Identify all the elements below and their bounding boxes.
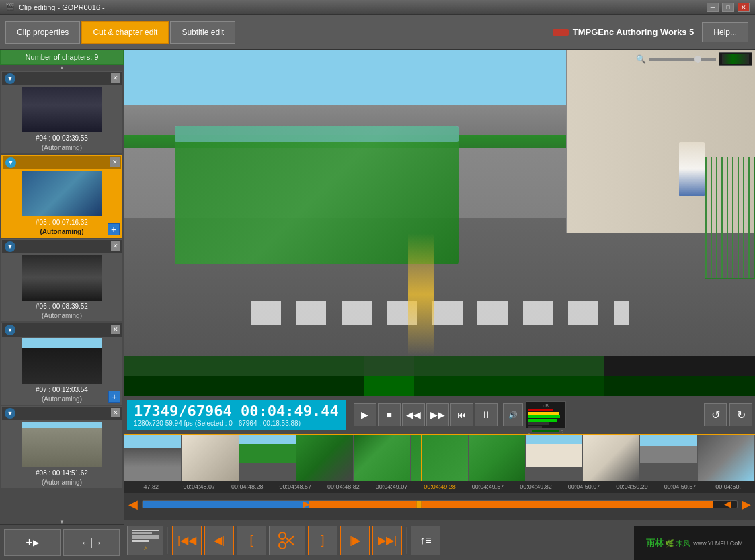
waveform-area <box>124 356 755 396</box>
chapter-item-05[interactable]: ▼ ✕ + #05 : 00:07:16.32 (Autonaming) <box>1 155 122 238</box>
chapter-close-07[interactable]: ✕ <box>111 325 120 334</box>
chapter-time-08: #08 : 00:14:51.62 <box>2 469 122 477</box>
minimize-btn[interactable]: ─ <box>707 3 719 12</box>
chapter-add-05[interactable]: + <box>108 223 120 235</box>
time-4: 00:04:48.82 <box>319 483 368 490</box>
chapter-close-08[interactable]: ✕ <box>111 408 120 417</box>
chapter-time-06: #06 : 00:08:39.52 <box>2 302 122 311</box>
scroll-left-arrow[interactable]: ◀ <box>127 497 139 512</box>
tab-clip-properties[interactable]: Clip properties <box>5 21 80 44</box>
waveform-bar1 <box>124 356 755 376</box>
time-9: 00:04:50.07 <box>560 483 608 490</box>
time-5: 00:04:49.07 <box>368 483 416 490</box>
step-back-btn[interactable]: ◀| <box>204 526 234 555</box>
close-btn[interactable]: ✕ <box>738 3 750 12</box>
range-start-handle[interactable]: ▶ <box>303 498 310 509</box>
thumb-frame-11 <box>698 435 755 481</box>
zoom-slider[interactable] <box>649 58 716 61</box>
chapter-close-05[interactable]: ✕ <box>110 157 120 167</box>
chapter-bottom-buttons: +▶ ←|→ <box>0 524 124 560</box>
chapter-close-06[interactable]: ✕ <box>111 241 120 251</box>
mark-in-btn[interactable]: [ <box>237 526 266 555</box>
brand-icon <box>553 29 569 36</box>
svg-point-0 <box>279 532 286 539</box>
zoom-icon: 🔍 <box>636 54 646 64</box>
maximize-btn[interactable]: □ <box>722 3 734 12</box>
brand-logo: TMPGEnc Authoring Works 5 <box>553 27 694 37</box>
zoom-controls: 🔍 <box>636 52 752 66</box>
svg-line-3 <box>285 536 294 544</box>
video-display: 🔍 <box>124 50 755 356</box>
step-fwd-btn[interactable]: |▶ <box>340 526 370 555</box>
redo-btn[interactable]: ↻ <box>729 403 752 426</box>
playlist-btn[interactable]: ↑≡ <box>411 526 440 555</box>
scroll-range <box>309 501 713 508</box>
play-btn[interactable]: ▶ <box>354 403 376 426</box>
chapter-item-07[interactable]: ▼ ✕ + #07 : 00:12:03.54 (Autonaming) <box>1 323 122 405</box>
chapter-icon-06: ▼ <box>5 241 15 252</box>
audio-waveform-btn[interactable]: ♪ <box>127 526 163 555</box>
scroll-right-arrow[interactable]: ▶ <box>740 497 752 512</box>
timecode-sub: 1280x720 59.94 fps (Selected : 0 - 67964… <box>134 419 339 427</box>
chapter-name-04: (Autonaming) <box>2 143 122 153</box>
undo-btn[interactable]: ↺ <box>704 403 727 426</box>
brand-text: TMPGEnc Authoring Works 5 <box>573 27 694 37</box>
window-title: Clip editing - GOPR0016 - <box>19 3 105 11</box>
chapter-list: ▼ ✕ #04 : 00:03:39.55 (Autonaming) ▼ ✕ + <box>0 70 124 519</box>
cut-scissors-btn[interactable] <box>269 526 305 555</box>
time-6: 00:04:49.28 <box>415 483 464 490</box>
add-chapter-btn[interactable]: +▶ <box>4 529 61 556</box>
timeline-timecodes: 47.82 00:04:48.07 00:04:48.28 00:04:48.5… <box>124 481 755 493</box>
thumb-frame-6 <box>411 435 468 481</box>
video-canvas <box>124 50 755 356</box>
transport-area: 17349/67964 00:04:49.44 1280x720 59.94 f… <box>124 396 755 434</box>
thumb-frame-9 <box>583 435 640 481</box>
chapter-thumb-08 <box>22 422 102 467</box>
thumb-frame-8 <box>526 435 583 481</box>
chapter-thumb-04 <box>22 87 102 132</box>
chapter-close-04[interactable]: ✕ <box>111 73 120 83</box>
top-toolbar: Clip properties Cut & chapter edit Subti… <box>0 15 755 50</box>
right-panel: 🔍 17349/ <box>124 50 755 560</box>
scroll-track[interactable] <box>142 500 738 508</box>
chapter-thumb-05 <box>22 171 102 216</box>
scroll-thumb[interactable] <box>416 500 422 508</box>
playhead-line <box>421 435 422 481</box>
audio-controls[interactable]: 🔊 <box>503 403 523 426</box>
tab-subtitle-edit[interactable]: Subtitle edit <box>170 21 235 44</box>
volume-meter: dB L R <box>526 401 566 428</box>
time-2: 00:04:48.28 <box>223 483 272 490</box>
pause-btn[interactable]: ⏸ <box>475 403 498 426</box>
chapter-item-04[interactable]: ▼ ✕ #04 : 00:03:39.55 (Autonaming) <box>1 71 122 153</box>
timeline-thumbnails <box>124 434 755 481</box>
chapter-thumb-07 <box>22 338 102 384</box>
time-8: 00:04:49.82 <box>512 483 560 490</box>
branding: TMPGEnc Authoring Works 5 Help... <box>553 22 750 42</box>
stop-btn[interactable]: ■ <box>378 403 401 426</box>
rewind-btn[interactable]: ◀◀ <box>402 403 425 426</box>
go-to-start-btn[interactable]: |◀◀ <box>172 526 202 555</box>
chapter-icon-05: ▼ <box>5 157 16 168</box>
chapter-name-06: (Autonaming) <box>2 311 122 321</box>
chapter-add-07[interactable]: + <box>108 391 120 403</box>
time-12: 00:04:50. <box>704 483 752 490</box>
chapter-item-08[interactable]: ▼ ✕ #08 : 00:14:51.62 (Autonaming) <box>1 406 122 488</box>
mark-out-btn[interactable]: ] <box>308 526 337 555</box>
go-to-end-btn[interactable]: ▶▶| <box>372 526 402 555</box>
range-end-handle[interactable]: ◀ <box>724 498 731 509</box>
thumb-frame-3 <box>239 435 296 481</box>
svg-point-1 <box>279 542 286 549</box>
jump-chapter-btn[interactable]: ←|→ <box>63 529 120 556</box>
chapter-time-04: #04 : 00:03:39.55 <box>2 134 122 143</box>
title-bar: 🎬 Clip editing - GOPR0016 - ─ □ ✕ <box>0 0 755 15</box>
frame-back-btn[interactable]: ⏮ <box>450 403 473 426</box>
help-button[interactable]: Help... <box>702 22 748 42</box>
svg-line-2 <box>285 537 294 545</box>
chapter-item-06[interactable]: ▼ ✕ #06 : 00:08:39.52 (Autonaming) <box>1 239 122 321</box>
title-icon: 🎬 <box>5 3 15 11</box>
forward-btn[interactable]: ▶▶ <box>426 403 449 426</box>
scroll-played <box>143 501 309 508</box>
timecode-main: 17349/67964 00:04:49.44 <box>134 403 339 419</box>
chapter-time-05: #05 : 00:07:16.32 <box>3 218 121 227</box>
tab-cut-chapter[interactable]: Cut & chapter edit <box>81 21 169 44</box>
